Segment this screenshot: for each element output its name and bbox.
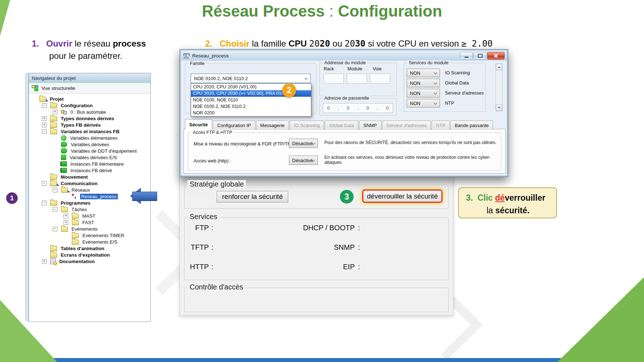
tree-item-projet[interactable]: Projet: [29, 96, 150, 102]
tab-io-scanning[interactable]: IO Scanning: [290, 121, 324, 130]
colon: :: [358, 263, 360, 271]
tab-bande-passante[interactable]: Bande passante: [450, 121, 493, 130]
expand-icon[interactable]: [42, 116, 47, 121]
tree-item-tables-animation[interactable]: Tables d'animation: [29, 245, 150, 252]
tree-item-taches[interactable]: Tâches: [29, 206, 150, 213]
step2-cpu: CPU: [289, 39, 307, 48]
tree-item-communication[interactable]: Communication: [29, 180, 150, 187]
global-data-service-label: Global Data: [445, 80, 469, 86]
collapse-icon[interactable]: [42, 201, 47, 205]
expand-icon[interactable]: [53, 110, 57, 114]
tree-item-variables-ddt[interactable]: Variables de DDT d'équipement: [29, 148, 150, 154]
web-access-combobox[interactable]: Désactivé: [289, 156, 318, 165]
tree-item-types-fb-derives[interactable]: Types FB dérivés: [29, 122, 150, 128]
tree-item-label: Variables dérivées E/S: [69, 155, 118, 160]
tree-item-fast[interactable]: FAST: [29, 219, 150, 226]
bus-icon: [61, 110, 67, 114]
pointer-arrow: [122, 188, 156, 204]
combobox-value: NON: [410, 101, 420, 106]
tab-ntp[interactable]: NTP: [432, 121, 450, 130]
tree-item-variables-es[interactable]: Variables dérivées E/S: [29, 154, 150, 161]
famille-combobox-value: NOE 0100.2, NOE 0110.2: [194, 76, 248, 81]
expand-icon[interactable]: [42, 259, 47, 264]
tree-item-variables-derivees[interactable]: Variables dérivées: [29, 141, 150, 148]
tab-serveur-adresses[interactable]: Serveur d'adresses: [382, 121, 431, 130]
tree-item-mast[interactable]: MAST: [29, 213, 150, 219]
structural-view-bar[interactable]: Vue structurelle: [29, 83, 150, 93]
expand-icon[interactable]: [42, 123, 47, 127]
tree-item-configuration[interactable]: Configuration: [29, 102, 150, 109]
variable-ddt-icon: [61, 148, 67, 153]
global-data-combobox[interactable]: NON: [407, 79, 440, 87]
variable-elementary-icon: [61, 135, 66, 141]
tab-securite[interactable]: Sécurité: [185, 119, 212, 130]
firmware-fdr-combobox[interactable]: Désactivé: [289, 139, 318, 148]
reinforce-security-button[interactable]: renforcer la sécurité: [217, 191, 288, 202]
tree-item-instances-fb-derive[interactable]: Instances FB dérivé: [29, 167, 150, 174]
minimize-button[interactable]: [460, 52, 473, 60]
navigator-titlebar[interactable]: Navigateur du projet: [29, 73, 150, 83]
maximize-button[interactable]: [474, 52, 487, 60]
tree-item-bus-automate[interactable]: 0 : Bus automate: [29, 109, 150, 115]
collapse-icon[interactable]: [42, 181, 47, 186]
tree-item-mouvement[interactable]: Mouvement: [29, 174, 150, 180]
tree-item-types-donnees-derives[interactable]: Types données dérivés: [29, 115, 150, 122]
security-note-1: Pour des raisons de SÉCURITÉ, désactivez…: [324, 140, 497, 145]
tree-item-ecrans-exploitation[interactable]: Ecrans d'exploitation: [29, 252, 150, 258]
step1-text: 1. Ouvrir le réseau process pour le para…: [32, 38, 162, 62]
tree-item-label: Communication: [60, 181, 99, 186]
dot-separator: .: [357, 105, 359, 111]
io-scanning-combobox[interactable]: NON: [407, 69, 440, 77]
famille-option[interactable]: NOR 0200: [191, 110, 311, 116]
web-access-label: Accès web (http) :: [194, 158, 231, 163]
folder-open-icon: [39, 97, 46, 102]
tab-snmp[interactable]: SNMP: [359, 121, 381, 130]
expand-icon[interactable]: [64, 214, 68, 218]
dialog-scrollbar[interactable]: [496, 64, 502, 111]
tree-item-instances-fb-elementaire[interactable]: Instances FB élémentaire: [29, 161, 150, 167]
security-note-2: En activant ces services, vous diminuez …: [324, 155, 500, 165]
voie-input[interactable]: [370, 74, 390, 84]
step2-cpu2030a: 20: [345, 39, 355, 49]
tab-configuration-ip[interactable]: Configuration IP: [213, 121, 255, 130]
collapse-icon[interactable]: [53, 227, 57, 231]
fb-instance-icon: [61, 161, 67, 166]
famille-option[interactable]: NOE 0100.2, NOE 0110.2: [191, 103, 311, 110]
voie-column-label: Voie: [373, 66, 381, 71]
tree-item-variables-instances-fb[interactable]: Variables et instances FB: [29, 128, 150, 135]
tree-item-label: Types données dérivés: [60, 116, 115, 121]
tree-item-label: Tables d'animation: [60, 246, 105, 251]
rack-input[interactable]: [324, 74, 344, 84]
scroll-down-icon[interactable]: [496, 104, 502, 111]
address-server-combobox[interactable]: NON: [407, 89, 440, 97]
tab-global-data[interactable]: Global Data: [325, 121, 358, 130]
gateway-address-field[interactable]: 0 . 0 . 0 . 0: [323, 103, 393, 113]
tree-item-variables-elementaires[interactable]: Variables élémentaires: [29, 135, 150, 141]
folder-open-icon: [50, 129, 57, 134]
colon: :: [358, 224, 360, 232]
ntp-combobox[interactable]: NON: [407, 99, 440, 108]
collapse-icon[interactable]: [53, 207, 57, 212]
dialog-titlebar[interactable]: Reseau_process: [181, 51, 507, 61]
ftp-http-group-label: Accès FTP & HTTP: [191, 130, 234, 135]
collapse-icon[interactable]: [42, 129, 47, 134]
step3-note-box: 3. Clic déverrouiller la sécurité.: [458, 187, 557, 218]
tree-item-label: Evénements: [70, 226, 99, 232]
tree-item-documentation[interactable]: Documentation: [29, 258, 150, 265]
tree-item-label: Mouvement: [60, 174, 89, 180]
tree-item-evenements[interactable]: Evénements: [29, 226, 150, 232]
scroll-up-icon[interactable]: [496, 64, 502, 70]
combobox-value: NON: [410, 91, 420, 96]
structural-view-label: Vue structurelle: [42, 86, 75, 91]
expand-icon[interactable]: [64, 220, 68, 225]
tree-item-evenements-timer[interactable]: Evénements TIMER: [29, 232, 150, 239]
tab-messagerie[interactable]: Messagerie: [256, 121, 289, 130]
unlock-security-button[interactable]: déverrouiller la sécurité: [362, 189, 442, 203]
network-icon: [72, 194, 78, 199]
famille-combobox[interactable]: NOE 0100.2, NOE 0110.2: [191, 74, 311, 83]
tree-item-evenements-es[interactable]: Evénements E/S: [29, 239, 150, 245]
famille-option[interactable]: NOE 0100, NOE 0110: [191, 97, 311, 103]
close-button[interactable]: [487, 52, 505, 60]
module-input[interactable]: [347, 74, 367, 84]
step2-t2: ou: [330, 39, 345, 48]
